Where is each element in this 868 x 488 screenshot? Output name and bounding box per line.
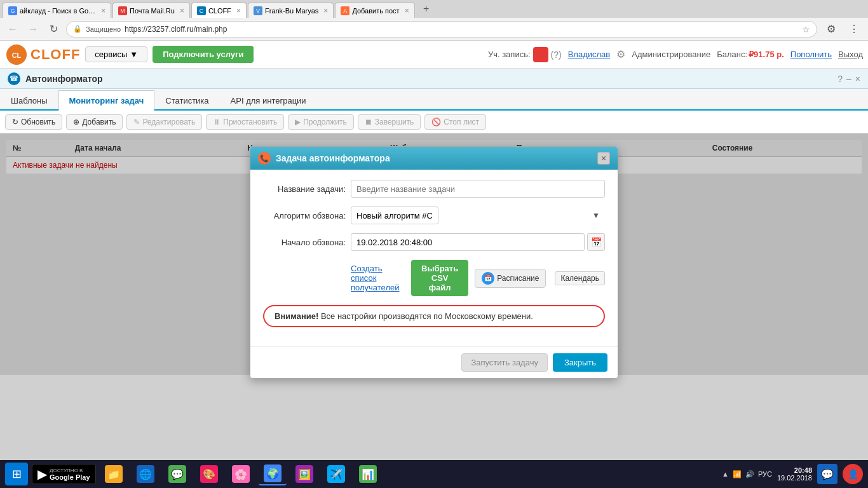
logout-link[interactable]: Выход [838, 50, 863, 59]
back-button[interactable]: ← [5, 22, 20, 37]
tab-4[interactable]: V Frank-Bu Maryas × [248, 3, 334, 18]
tab-2[interactable]: M Почта Mail.Ru × [112, 3, 190, 18]
tab-close-3[interactable]: × [236, 6, 241, 15]
taskbar-item-explorer[interactable]: 📁 [100, 463, 128, 485]
start-time-input[interactable] [351, 233, 585, 251]
finish-button[interactable]: ⏹ Завершить [358, 114, 421, 130]
module-title: Автоинформатор [25, 74, 103, 84]
tab-close-2[interactable]: × [180, 6, 184, 15]
google-play-icon: ▶ [37, 466, 47, 482]
edit-button[interactable]: ✎ Редактировать [126, 114, 202, 130]
tab-templates[interactable]: Шаблоны [0, 90, 58, 111]
edit-icon: ✎ [133, 118, 140, 126]
close-dialog-button[interactable]: Закрыть [553, 353, 607, 372]
tab-close-4[interactable]: × [323, 6, 328, 15]
forward-button[interactable]: → [25, 22, 41, 37]
stoplist-button[interactable]: 🚫 Стоп лист [424, 114, 486, 130]
menu-button[interactable]: ⋮ [845, 20, 863, 38]
taskbar-right: ▲ 📶 🔊 РУС 20:48 19.02.2018 💬 👤 [722, 464, 863, 484]
taskbar-item-messages[interactable]: 💬 [163, 463, 191, 485]
taskbar-item-paint[interactable]: 🎨 [195, 463, 223, 485]
chevron-down-icon: ▼ [130, 50, 138, 59]
google-play-badge[interactable]: ▶ ДОСТУПНО В Google Play [32, 464, 96, 484]
module-minimize-icon[interactable]: – [846, 74, 851, 84]
tab-statistics[interactable]: Статистика [154, 90, 219, 111]
ie-icon: 🌐 [137, 465, 154, 483]
taskbar-item-excel[interactable]: 📊 [354, 463, 382, 485]
start-task-button[interactable]: Запустить задачу [461, 353, 548, 372]
tab-3[interactable]: C CLOFF × [191, 3, 247, 18]
connect-services-button[interactable]: Подключить услуги [153, 46, 254, 63]
choose-csv-button[interactable]: Выбрать CSV файл [411, 260, 468, 296]
language-indicator[interactable]: РУС [758, 470, 772, 478]
svg-text:CL: CL [12, 51, 22, 59]
tab-api[interactable]: API для интеграции [220, 90, 317, 111]
tab-5[interactable]: A Добавить пост × [335, 3, 414, 18]
tab-close-1[interactable]: × [101, 6, 105, 15]
content-area: № Дата начала Название Шаблон Пользовате… [0, 133, 868, 375]
dialog: 📞 Задача автоинформатора × Название зада… [250, 146, 618, 379]
paint-icon: 🎨 [200, 465, 218, 483]
browser-toolbar: ← → ↻ 🔒 Защищено https://23257.cloff.ru/… [0, 18, 868, 41]
start-time-wrapper: 📅 [351, 233, 605, 251]
services-button[interactable]: сервисы ▼ [85, 46, 147, 62]
messages-icon: 💬 [168, 465, 186, 483]
taskbar-item-photos[interactable]: 🖼️ [290, 463, 318, 485]
avatar-icon-button[interactable]: 👤 [843, 464, 863, 484]
chrome-icon: 🌍 [264, 464, 281, 482]
start-button[interactable]: ⊞ [5, 463, 28, 485]
reload-button[interactable]: ↻ [46, 22, 61, 37]
recipients-row: Создать список получателей Выбрать CSV ф… [351, 260, 605, 296]
taskbar-item-ie[interactable]: 🌐 [132, 463, 159, 485]
refresh-button[interactable]: ↻ Обновить [5, 114, 62, 130]
topup-link[interactable]: Пополнить [790, 50, 832, 59]
chat-icon-button[interactable]: 💬 [817, 464, 837, 484]
calendar-button[interactable]: 📅 [587, 233, 605, 251]
continue-button[interactable]: ▶ Продолжить [288, 114, 354, 130]
taskbar: ⊞ ▶ ДОСТУПНО В Google Play 📁 🌐 💬 🎨 🌸 🌍 🖼… [0, 460, 868, 488]
dialog-overlay: 📞 Задача автоинформатора × Название зада… [0, 133, 868, 375]
taskbar-item-travel[interactable]: ✈️ [322, 463, 350, 485]
pause-button[interactable]: ⏸ Приостановить [206, 114, 284, 130]
address-bar[interactable]: 🔒 Защищено https://23257.cloff.ru/main.p… [66, 21, 817, 37]
google-play-text: ДОСТУПНО В Google Play [50, 468, 90, 481]
up-arrow-icon[interactable]: ▲ [722, 470, 729, 478]
taskbar-item-chrome[interactable]: 🌍 [259, 463, 287, 485]
help-icon[interactable]: (?) [551, 50, 562, 60]
start-time-label: Начало обзвона: [263, 238, 346, 247]
new-tab-button[interactable]: + [419, 1, 434, 17]
sys-tray: ▲ 📶 🔊 РУС [722, 470, 772, 478]
dialog-body: Название задачи: Алгоритм обзвона: Новый… [250, 170, 618, 346]
user-name-link[interactable]: Владислав [568, 50, 611, 59]
algorithm-select[interactable]: Новый алгоритм #С [351, 207, 438, 224]
module-header-controls: ? – × [837, 74, 860, 84]
tab-1[interactable]: G айклауд - Поиск в Goog... × [3, 3, 111, 18]
create-list-link[interactable]: Создать список получателей [351, 264, 405, 292]
url-text: https://23257.cloff.ru/main.php [125, 25, 798, 34]
module-close-icon[interactable]: × [855, 74, 860, 84]
admin-link[interactable]: Администрирование [632, 50, 710, 59]
task-name-row: Название задачи: [263, 180, 605, 198]
module-help-icon[interactable]: ? [837, 74, 843, 84]
tabs-bar: Шаблоны Мониторинг задач Статистика API … [0, 89, 868, 111]
balance-info: Баланс: ₽91.75 р. [717, 50, 784, 59]
toolbar: ↻ Обновить ⊕ Добавить ✎ Редактировать ⏸ … [0, 111, 868, 133]
user-avatar [533, 47, 548, 62]
windows-icon: ⊞ [12, 467, 22, 481]
task-name-input[interactable] [351, 180, 605, 198]
extensions-button[interactable]: ⚙ [822, 20, 840, 38]
dialog-close-button[interactable]: × [597, 152, 610, 165]
tab-close-5[interactable]: × [405, 6, 409, 15]
dialog-header: 📞 Задача автоинформатора × [250, 147, 618, 170]
start-time-row: Начало обзвона: 📅 [263, 233, 605, 251]
add-button[interactable]: ⊕ Добавить [66, 114, 123, 130]
taskbar-item-app1[interactable]: 🌸 [227, 463, 255, 485]
browser-tabs-bar: G айклауд - Поиск в Goog... × M Почта Ma… [0, 0, 868, 18]
tab-monitoring[interactable]: Мониторинг задач [58, 90, 155, 111]
schedule-button[interactable]: 📅 Расписание [475, 269, 546, 288]
gear-icon[interactable]: ⚙ [616, 48, 625, 60]
dialog-title: Задача автоинформатора [276, 153, 390, 163]
warning-text: Внимание! Все настройки производятся по … [275, 311, 593, 321]
header-right: Уч. запись: (?) Владислав ⚙ Администриро… [488, 47, 863, 62]
balance-amount: ₽91.75 р. [749, 50, 784, 59]
